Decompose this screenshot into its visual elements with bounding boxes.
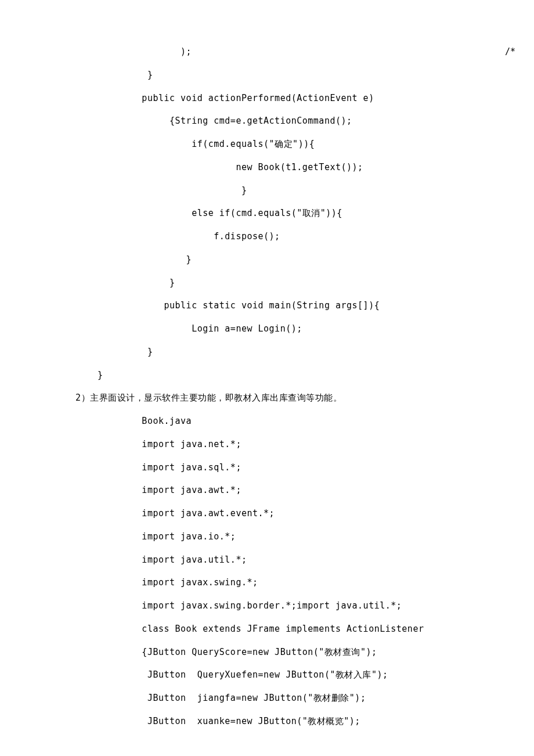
code-line: import java.awt.event.*; [75,502,459,525]
code-line: import java.sql.*; [75,456,459,480]
code-line: {JButton QueryScore=new JButton("教材查询"); [75,641,459,664]
code-line: public static void main(String args[]){ [75,294,459,318]
code-line: Login a=new Login(); [75,318,459,341]
code-line: } [75,179,459,203]
code-line: class Book extends JFrame implements Act… [75,618,459,641]
document-content: ); } public void actionPerformed(ActionE… [75,41,459,733]
code-line: import javax.swing.border.*;import java.… [75,595,459,618]
code-line: import javax.swing.*; [75,571,459,595]
section-heading: 2）主界面设计，显示软件主要功能，即教材入库出库查询等功能。 [75,387,459,410]
code-line: else if(cmd.equals("取消")){ [75,202,459,225]
code-line: public void actionPerformed(ActionEvent … [75,87,459,110]
code-line: } [75,341,459,364]
code-line: f.dispose(); [75,225,459,249]
code-line: import java.awt.*; [75,479,459,502]
code-line: import java.net.*; [75,433,459,456]
code-line: import java.io.*; [75,525,459,549]
code-line: if(cmd.equals("确定")){ [75,133,459,156]
code-line: } [75,249,459,272]
code-line: import java.util.*; [75,549,459,572]
code-line: JButton QueryXuefen=new JButton("教材入库"); [75,664,459,687]
code-line: ); [75,41,459,64]
comment-marker: /* [505,41,515,64]
code-line: JButton xuanke=new JButton("教材概览"); [75,710,459,733]
code-line: } [75,272,459,295]
code-line: JButton jiangfa=new JButton("教材删除"); [75,687,459,710]
code-line: {String cmd=e.getActionCommand(); [75,110,459,133]
code-line: } [75,364,459,387]
code-line: } [75,64,459,87]
code-line: Book.java [75,410,459,433]
code-line: new Book(t1.getText()); [75,156,459,179]
